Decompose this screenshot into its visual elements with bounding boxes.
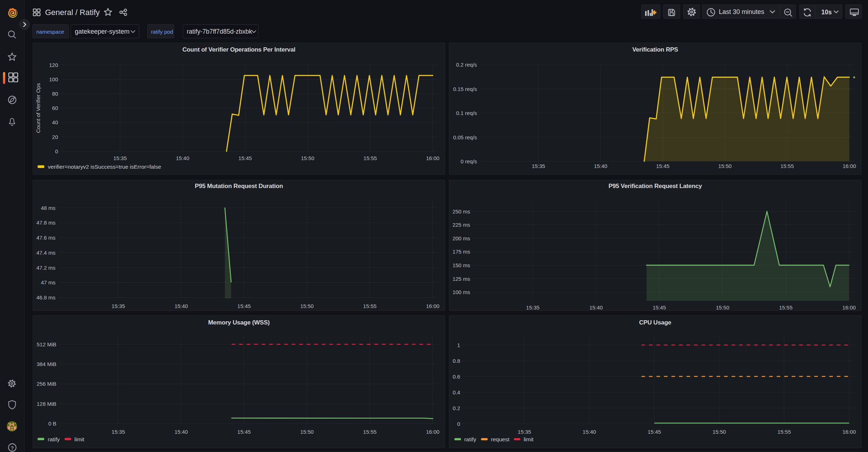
svg-text:Last 30 minutes: Last 30 minutes bbox=[719, 8, 764, 15]
svg-text:10s: 10s bbox=[821, 9, 832, 16]
svg-text:gatekeeper-system: gatekeeper-system bbox=[75, 28, 130, 35]
svg-text:namespace: namespace bbox=[36, 29, 64, 35]
svg-text:?: ? bbox=[11, 445, 14, 451]
svg-text:ratify pod: ratify pod bbox=[151, 29, 173, 35]
svg-text:General / Ratify: General / Ratify bbox=[45, 8, 100, 17]
svg-text:ratify-7b7ff7d85d-zbxbk: ratify-7b7ff7d85d-zbxbk bbox=[187, 28, 252, 35]
